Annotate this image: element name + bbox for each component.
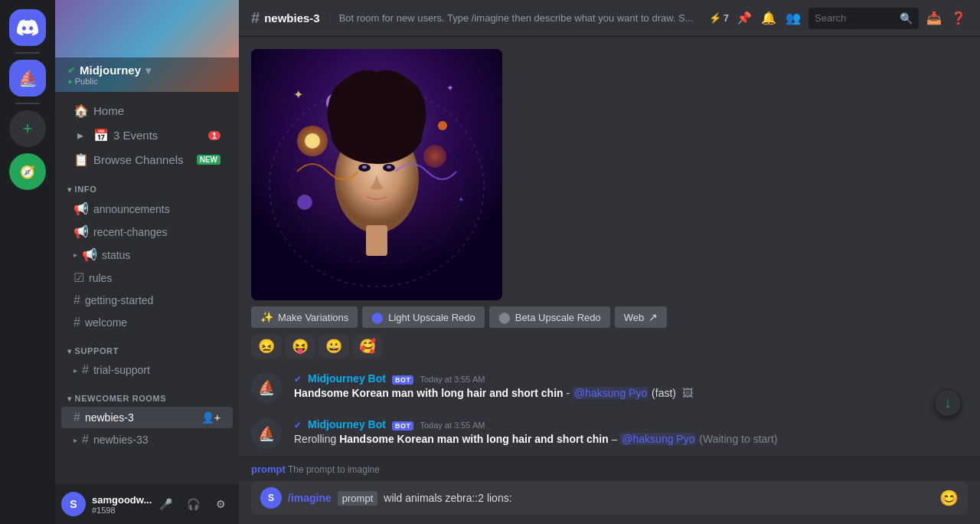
scroll-icon: ↓ [945,395,952,411]
message-2: ⛵ ✔ Midjourney Bot BOT Today at 3:55 AM … [251,417,968,450]
image-message: ✦ ✦ ✦ ✨ Make Variations ⬤ Light Upscale … [251,49,968,359]
message-time-1: Today at 3:55 AM [420,375,485,384]
make-variations-button[interactable]: ✨ Make Variations [251,306,358,328]
reaction-tired[interactable]: 😖 [251,334,282,359]
chevron-icon-2: ▾ [67,347,72,355]
add-member-icon[interactable]: 👤+ [201,411,220,424]
svg-point-5 [305,133,320,149]
search-icon: 🔍 [900,12,913,25]
message-avatar-1: ⛵ [251,372,282,403]
channel-getting-started[interactable]: # getting-started [61,290,233,311]
section-info-label: INFO [75,185,97,194]
channel-name-header: newbies-3 [264,11,320,25]
scroll-to-bottom-button[interactable]: ↓ [934,389,962,417]
user-info: samgoodw... #1598 [92,494,147,515]
channel-newbies-33[interactable]: ▸ # newbies-33 [61,429,233,450]
section-support-header[interactable]: ▾ SUPPORT [55,334,239,359]
reaction-heart-eyes[interactable]: 🥰 [352,334,383,359]
light-upscale-icon: ⬤ [371,311,384,323]
channel-newbies-3[interactable]: # newbies-3 👤+ [61,407,233,428]
user-tag: #1598 [92,506,147,515]
image-action-icon[interactable]: 🖼 [682,387,693,399]
settings-button[interactable]: ⚙ [208,492,233,516]
help-button[interactable]: ❓ [949,9,968,28]
channel-name: newbies-33 [93,434,149,446]
prompt-tag: prompt [338,491,377,506]
waiting-status: (Waiting to start) [699,433,777,445]
light-upscale-redo-button[interactable]: ⬤ Light Upscale Redo [362,306,484,328]
add-server-button[interactable]: + [9,110,46,147]
beta-upscale-redo-button[interactable]: ⬤ Beta Upscale Redo [489,306,610,328]
expand-icon-3: ▸ [74,436,77,444]
web-button[interactable]: Web ↗ [615,306,668,328]
search-input[interactable] [815,12,895,24]
channel-status[interactable]: ▸ 📢 status [61,244,233,266]
deafen-button[interactable]: 🎧 [181,492,205,516]
action-buttons: ✨ Make Variations ⬤ Light Upscale Redo ⬤… [251,306,968,328]
icon-bar: ⛵ + 🧭 [0,0,55,524]
mention-2: @haksung Pyo [620,433,696,445]
hash-icon-4: # [74,411,80,424]
channel-header-name: # newbies-3 [251,9,320,27]
beta-upscale-label: Beta Upscale Redo [515,312,601,323]
channel-hash-icon: # [251,9,260,27]
section-info-header[interactable]: ▾ INFO [55,172,239,197]
light-upscale-label: Light Upscale Redo [388,312,475,323]
inbox-button[interactable]: 📥 [925,9,943,28]
message-input[interactable] [384,492,933,504]
sidebar-item-home[interactable]: 🏠 Home [61,99,233,123]
input-area: S /imagine prompt 😊 [239,481,980,524]
announcement-icon-2: 📢 [74,224,89,239]
new-badge: NEW [197,155,220,165]
emoji-picker-button[interactable]: 😊 [939,489,959,507]
channel-name: newbies-3 [85,411,134,424]
reaction-smile[interactable]: 😀 [318,334,349,359]
channel-rules[interactable]: ☑ rules [61,267,233,289]
pin-button[interactable]: 📌 [735,9,753,28]
search-bar[interactable]: 🔍 [808,8,919,29]
explore-servers-button[interactable]: 🧭 [9,153,46,190]
slash-command: /imagine [288,492,332,504]
channel-name: announcements [93,203,170,215]
channel-announcements[interactable]: 📢 announcements [61,198,233,220]
channel-recent-changes[interactable]: 📢 recent-changes [61,221,233,243]
message-header-2: ✔ Midjourney Bot BOT Today at 3:55 AM [294,418,968,431]
make-variations-label: Make Variations [278,312,348,323]
beta-upscale-icon: ⬤ [498,311,511,323]
browse-icon: 📋 [74,152,87,167]
username: samgoodw... [92,494,147,506]
svg-text:✦: ✦ [458,195,464,204]
message-author-2[interactable]: Midjourney Bot [308,418,386,431]
section-newcomer-header[interactable]: ▾ NEWCOMER ROOMS [55,382,239,406]
midjourney-server-icon[interactable]: ⛵ [9,60,46,97]
members-button[interactable]: 👥 [784,9,802,28]
server-name: ✔ Midjourney ▾ [67,64,151,77]
verified-badge-1: ✔ [294,374,302,385]
announcement-icon-3: 📢 [82,247,97,262]
input-avatar: S [260,487,282,509]
bot-badge-2: BOT [392,421,414,431]
events-calendar-icon: 📅 [93,128,107,142]
channel-name: getting-started [85,294,154,306]
mention-1: @haksung Pyo [573,387,648,399]
boost-count: 7 [724,12,729,24]
channel-header: # newbies-3 Bot room for new users. Type… [239,0,980,37]
discord-icon[interactable] [9,9,46,46]
notification-button[interactable]: 🔔 [760,9,778,28]
sidebar-item-browse-channels[interactable]: 📋 Browse Channels NEW [61,148,233,172]
channel-welcome[interactable]: # welcome [61,312,233,333]
message-author-1[interactable]: Midjourney Bot [308,372,386,385]
channel-trial-support[interactable]: ▸ # trial-support [61,359,233,381]
server-header[interactable]: ✔ Midjourney ▾ ● Public [55,0,239,92]
mute-button[interactable]: 🎤 [153,492,178,516]
verified-check: ✔ [67,65,75,76]
server-subtitle: ● Public [67,77,151,86]
svg-point-6 [423,145,446,168]
boost-icon: ⚡ [709,12,721,24]
sidebar-item-events[interactable]: ▸ 📅 3 Events 1 [61,123,233,147]
svg-text:✦: ✦ [446,83,454,93]
chevron-icon: ▾ [67,185,72,194]
section-support-label: SUPPORT [75,346,119,355]
reaction-tongue[interactable]: 😝 [285,334,315,359]
svg-text:✦: ✦ [293,88,303,101]
